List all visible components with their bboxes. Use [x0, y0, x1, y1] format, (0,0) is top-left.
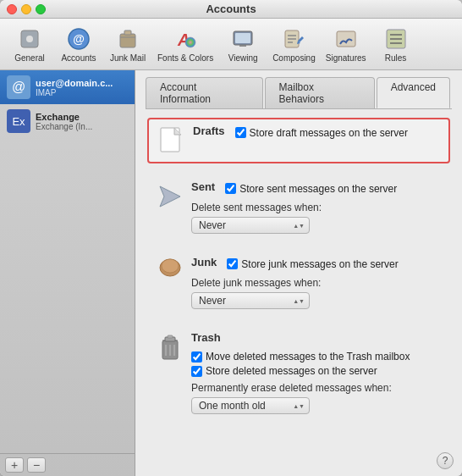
trash-dropdown-wrap: Never One day old One week old One month…: [191, 397, 310, 414]
svg-point-24: [162, 259, 179, 273]
junk-mail-label: Junk Mail: [110, 53, 146, 63]
sent-checkbox[interactable]: [225, 183, 236, 194]
tab-bar: Account Information Mailbox Behaviors Ad…: [135, 70, 462, 108]
accounts-window: Accounts General @ Accounts Junk Mail A …: [0, 0, 462, 476]
fonts-colors-icon: A: [172, 25, 199, 53]
maximize-button[interactable]: [36, 4, 46, 14]
sent-checkbox-label[interactable]: Store sent messages on the server: [225, 183, 397, 195]
composing-label: Composing: [272, 53, 316, 63]
rules-icon: [382, 25, 410, 53]
svg-rect-31: [168, 335, 173, 338]
junk-checkbox[interactable]: [227, 258, 238, 269]
toolbar-general[interactable]: General: [7, 24, 52, 64]
content-panel: Account Information Mailbox Behaviors Ad…: [135, 70, 462, 476]
svg-rect-6: [124, 30, 131, 35]
trash-title: Trash: [191, 331, 221, 344]
sent-dropdown-wrap: Never One day old One week old One month…: [191, 217, 310, 234]
svg-text:@: @: [73, 32, 85, 46]
main-area: @ user@domain.c... IMAP Ex Exchange Exch…: [0, 70, 462, 476]
tab-mailbox-behaviors[interactable]: Mailbox Behaviors: [265, 77, 375, 108]
drafts-checkbox[interactable]: [235, 127, 246, 138]
exchange-account-name: Exchange: [36, 112, 128, 122]
toolbar: General @ Accounts Junk Mail A Fonts & C…: [0, 19, 462, 70]
drafts-section: Drafts Store draft messages on the serve…: [147, 118, 450, 163]
trash-erase-label: Permanently erase deleted messages when:: [191, 382, 443, 394]
sidebar-item-imap[interactable]: @ user@domain.c... IMAP: [0, 70, 135, 104]
add-account-button[interactable]: +: [5, 457, 24, 473]
imap-account-name: user@domain.c...: [36, 78, 128, 88]
trash-dropdown[interactable]: Never One day old One week old One month…: [191, 397, 310, 414]
svg-rect-16: [337, 31, 355, 47]
sent-icon: [154, 180, 186, 213]
toolbar-fonts-colors[interactable]: A Fonts & Colors: [154, 24, 217, 64]
sent-dropdown-row: Never One day old One week old One month…: [191, 217, 443, 234]
tab-advanced[interactable]: Advanced: [377, 77, 450, 108]
accounts-label: Accounts: [61, 53, 96, 63]
trash-checkbox1[interactable]: [191, 351, 202, 363]
junk-dropdown[interactable]: Never One day old One week old One month…: [191, 292, 310, 309]
imap-account-type: IMAP: [36, 88, 128, 97]
remove-account-button[interactable]: −: [27, 457, 46, 473]
fonts-colors-label: Fonts & Colors: [157, 53, 213, 63]
toolbar-junk-mail[interactable]: Junk Mail: [105, 24, 151, 64]
imap-icon: @: [7, 75, 30, 99]
traffic-lights: [7, 4, 46, 14]
settings-content: Drafts Store draft messages on the serve…: [135, 109, 462, 449]
window-title: Accounts: [206, 3, 256, 15]
junk-title: Junk: [191, 256, 217, 268]
sidebar-bottom: + −: [0, 453, 135, 476]
trash-section: Trash Move deleted messages to the Trash…: [147, 326, 450, 419]
svg-rect-10: [235, 33, 250, 43]
sent-delete-label: Delete sent messages when:: [191, 202, 443, 213]
rules-label: Rules: [385, 53, 407, 63]
toolbar-accounts[interactable]: @ Accounts: [56, 24, 102, 64]
svg-point-8: [185, 37, 195, 47]
general-icon: [16, 25, 43, 53]
trash-checkbox2[interactable]: [191, 366, 202, 377]
sidebar-item-exchange[interactable]: Ex Exchange Exchange (In...: [0, 104, 135, 138]
titlebar: Accounts: [0, 0, 462, 19]
trash-icon: [154, 331, 186, 363]
trash-checkbox1-label[interactable]: Move deleted messages to the Trash mailb…: [191, 351, 410, 363]
exchange-icon: Ex: [7, 109, 30, 133]
sent-title: Sent: [191, 180, 215, 193]
junk-checkbox-label[interactable]: Store junk messages on the server: [227, 258, 398, 270]
junk-dropdown-wrap: Never One day old One week old One month…: [191, 292, 310, 309]
drafts-icon: [156, 125, 188, 157]
signatures-icon: [333, 25, 360, 53]
sent-section: Sent Store sent messages on the server D…: [147, 175, 450, 239]
exchange-account-type: Exchange (In...: [36, 122, 128, 131]
junk-dropdown-row: Never One day old One week old One month…: [191, 292, 443, 309]
general-label: General: [14, 53, 45, 63]
junk-icon: [154, 256, 186, 288]
composing-icon: [280, 25, 307, 53]
close-button[interactable]: [7, 4, 17, 14]
sidebar: @ user@domain.c... IMAP Ex Exchange Exch…: [0, 70, 135, 476]
svg-marker-22: [160, 186, 180, 207]
minimize-button[interactable]: [21, 4, 31, 14]
toolbar-composing[interactable]: Composing: [269, 24, 319, 64]
sent-dropdown[interactable]: Never One day old One week old One month…: [191, 217, 310, 234]
svg-rect-4: [120, 34, 135, 47]
viewing-icon: [229, 25, 256, 53]
help-button[interactable]: ?: [437, 452, 454, 469]
accounts-icon: @: [65, 25, 92, 53]
signatures-label: Signatures: [326, 53, 366, 63]
junk-section: Junk Store junk messages on the server D…: [147, 251, 450, 314]
toolbar-signatures[interactable]: Signatures: [322, 24, 370, 64]
drafts-checkbox-label[interactable]: Store draft messages on the server: [235, 127, 408, 139]
tab-account-information[interactable]: Account Information: [146, 77, 263, 108]
viewing-label: Viewing: [228, 53, 258, 63]
drafts-title: Drafts: [193, 125, 225, 137]
trash-dropdown-row: Never One day old One week old One month…: [191, 397, 443, 414]
svg-point-1: [26, 36, 33, 42]
junk-mail-icon: [114, 25, 141, 53]
toolbar-viewing[interactable]: Viewing: [220, 24, 266, 64]
toolbar-rules[interactable]: Rules: [373, 24, 419, 64]
help-area: ?: [135, 449, 462, 476]
trash-checkbox2-label[interactable]: Store deleted messages on the server: [191, 365, 443, 377]
junk-delete-label: Delete junk messages when:: [191, 277, 443, 289]
